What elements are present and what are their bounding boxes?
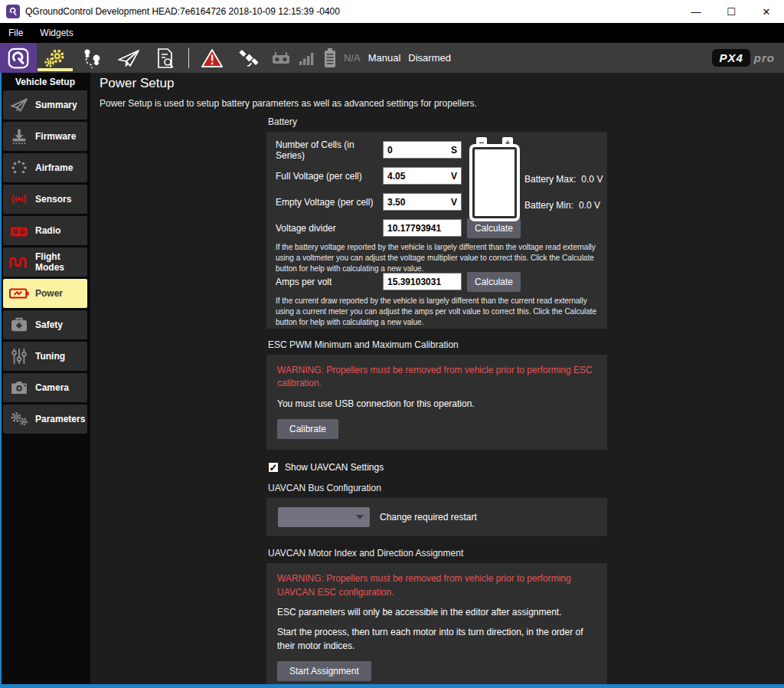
sidebar-item-airframe[interactable]: Airframe [3,153,87,182]
armed-state-indicator[interactable]: Disarmed [408,52,451,64]
cells-unit: S [451,145,457,156]
chevron-down-icon [356,515,364,519]
first-aid-icon [9,317,29,333]
vehicle-setup-sidebar: Vehicle Setup Summary Firmware Airframe … [0,73,90,684]
sidebar-item-firmware[interactable]: Firmware [3,122,87,151]
analyze-view-button[interactable] [147,43,184,73]
sidebar-item-flight-modes[interactable]: Flight Modes [3,247,87,277]
waypoints-icon [81,48,103,69]
cells-label: Number of Cells (in Series) [276,139,383,161]
esc-section-label: ESC PWM Minimum and Maximum Calibration [268,339,607,350]
sidebar-item-safety[interactable]: Safety [3,310,87,339]
px4-pro-label: pro [754,51,775,64]
show-uavcan-settings-row: ✓ Show UAVCAN Settings [268,462,607,473]
battery-min-label: Battery Min: [524,200,573,211]
battery-max-row: Battery Max: 0.0 V [524,174,603,185]
qgc-logo-icon [7,47,30,70]
full-voltage-field[interactable]: V [383,167,462,185]
sidebar-item-summary[interactable]: Summary [3,90,87,120]
log-document-icon [155,48,175,69]
title-bar: QGroundControl Development HEAD:7e616472… [0,0,784,23]
fly-view-button[interactable] [110,43,147,73]
uavcan-process-note: Start the process, then turn each motor … [277,626,596,653]
voltage-help-text: If the battery voltage reported by the v… [276,242,600,274]
uavcan-bus-dropdown[interactable] [278,507,370,527]
empty-voltage-row: Empty Voltage (per cell) V [276,193,462,211]
minimize-button[interactable]: — [678,0,714,23]
close-button[interactable]: ✕ [749,0,784,23]
dotted-circle-icon [9,159,29,176]
empty-voltage-input[interactable] [387,197,451,208]
battery-icon [324,48,336,68]
voltage-divider-input[interactable] [387,223,457,234]
empty-voltage-field[interactable]: V [383,193,462,211]
amps-per-volt-label: Amps per volt [276,277,383,287]
sidebar-item-parameters[interactable]: Parameters [3,405,87,434]
esc-calibration-panel: WARNING: Propellers must be removed from… [266,355,607,450]
gears-icon [9,411,29,427]
battery-bolt-icon [9,287,29,300]
vehicle-setup-view-button[interactable] [37,43,74,73]
qgc-app-icon [6,5,20,18]
gps-status-button[interactable] [230,43,267,73]
voltage-divider-row: Voltage divider [276,219,462,237]
battery-indicator[interactable]: N/A [324,48,361,68]
battery-graphic: − + [469,137,520,221]
show-uavcan-checkbox[interactable]: ✓ [268,462,279,473]
sliders-icon [9,348,29,365]
battery-max-label: Battery Max: [524,174,576,185]
toolbar: N/A Manual Disarmed PX4 pro [0,43,784,73]
flight-mode-indicator[interactable]: Manual [368,52,401,64]
sidebar-item-power[interactable]: Power [3,279,87,308]
gears-icon [43,48,67,68]
cells-input[interactable] [387,145,451,156]
cells-field[interactable]: S [383,141,462,159]
signal-bars-icon [299,51,316,66]
telemetry-rssi-button[interactable] [295,43,321,73]
amps-help-text: If the current draw reported by the vehi… [276,296,600,328]
start-assignment-button[interactable]: Start Assignment [277,661,371,681]
esc-warning-text: WARNING: Propellers must be removed from… [277,364,596,391]
battery-panel: Number of Cells (in Series) S Full Volta… [266,132,607,329]
menu-widgets[interactable]: Widgets [31,23,81,43]
qgc-logo-button[interactable] [0,43,37,73]
sidebar-item-camera[interactable]: Camera [3,373,87,402]
camera-icon [9,381,29,395]
plan-view-button[interactable] [74,43,110,73]
uavcan-bus-section-label: UAVCAN Bus Configuration [268,483,607,493]
menu-file[interactable]: File [0,23,31,43]
amps-per-volt-row: Amps per volt [276,273,462,290]
uavcan-motor-panel: WARNING: Propellers must be removed from… [266,563,607,684]
full-voltage-row: Full Voltage (per cell) V [276,167,462,185]
warning-triangle-icon [201,48,223,68]
sidebar-item-tuning[interactable]: Tuning [3,342,87,371]
uavcan-esc-params-note: ESC parameters will only be accessible i… [277,606,596,619]
rc-rssi-button[interactable] [267,43,295,73]
desktop-edge-bottom [0,684,784,688]
empty-voltage-unit: V [451,197,457,208]
vehicle-messages-button[interactable] [194,43,230,73]
power-setup-page: Power Setup Power Setup is used to setup… [90,73,784,684]
full-voltage-input[interactable] [387,171,451,182]
sidebar-item-sensors[interactable]: Sensors [3,185,87,214]
waveform-icon [9,255,29,269]
restart-note: Change required restart [380,512,477,523]
calibrate-button[interactable]: Calibrate [277,419,338,439]
uavcan-warning-text: WARNING: Propellers must be removed from… [277,572,596,599]
paper-plane-icon [9,97,29,113]
px4-badge: PX4 [712,49,750,67]
sidebar-item-radio[interactable]: Radio [3,216,87,245]
sidebar-header: Vehicle Setup [0,73,90,90]
battery-min-row: Battery Min: 0.0 V [524,200,600,211]
voltage-divider-field[interactable] [383,219,462,237]
amps-calculate-button[interactable]: Calculate [467,272,521,292]
page-subtitle: Power Setup is used to setup battery par… [100,98,784,109]
paper-plane-icon [117,48,140,68]
menu-bar: File Widgets [0,23,784,43]
signal-waves-icon [9,192,29,207]
amps-per-volt-field[interactable] [383,273,462,290]
empty-voltage-label: Empty Voltage (per cell) [276,197,383,208]
rc-remote-icon [272,51,290,66]
maximize-button[interactable]: ☐ [714,0,749,23]
amps-per-volt-input[interactable] [387,277,457,287]
